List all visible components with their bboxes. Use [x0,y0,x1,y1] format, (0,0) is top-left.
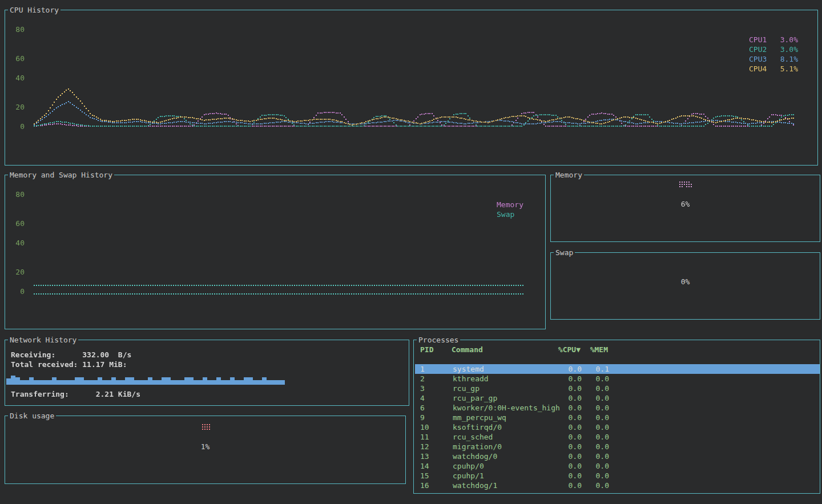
network-transferring-label: Transferring: 2.21 KiB/s [11,389,140,399]
memory-gauge-title: Memory [554,170,584,180]
process-mem: 0.0 [582,442,609,451]
process-mem: 0.0 [582,471,609,481]
process-mem: 0.0 [582,461,609,471]
process-cpu: 0.0 [550,471,582,481]
process-row[interactable]: 4rcu_par_gp0.00.0 [415,393,820,403]
process-row[interactable]: 9mm_percpu_wq0.00.0 [415,413,820,422]
memswap-ytick-60: 60 [10,219,25,228]
cpu-ytick-0: 0 [10,122,25,131]
process-pid: 3 [420,384,448,393]
cpu-ytick-20: 20 [10,102,25,112]
network-total-received-label: Total received: 11.17 MiB: [11,360,127,369]
processes-title: Processes [417,335,460,345]
process-cpu: 0.0 [550,374,582,384]
memory-percent-label: 6% [551,199,820,209]
process-pid: 13 [420,451,448,461]
process-mem: 0.0 [582,432,609,442]
disk-percent-label: 1% [5,442,405,451]
process-row[interactable]: 3rcu_gp0.00.0 [415,384,820,393]
network-receiving-label: Receiving: 332.00 B/s [11,350,131,360]
memory-gauge-panel: Memory 6% [550,175,820,242]
cpu-legend-value: 5.1% [780,64,798,74]
cpu-legend-value: 3.0% [780,45,798,54]
process-mem: 0.0 [582,422,609,432]
cpu-legend-name: CPU4 [749,64,767,74]
process-mem: 0.0 [582,451,609,461]
process-row[interactable]: 13watchdog/00.00.0 [415,451,820,461]
swap-gauge-panel: Swap 0% [550,252,820,320]
swap-gauge-title: Swap [554,248,575,257]
process-pid: 11 [420,432,448,442]
column-header-mem[interactable]: %MEM [581,345,608,354]
process-pid: 12 [420,442,448,451]
process-pid: 9 [420,413,448,422]
process-pid: 6 [420,403,448,413]
cpu-history-chart [5,10,817,165]
cpu-ytick-80: 80 [10,25,25,34]
memswap-ytick-20: 20 [10,267,25,277]
cpu-legend: CPU13.0%CPU23.0%CPU38.1%CPU45.1% [749,35,798,74]
memswap-legend-item-memory: Memory [497,200,523,209]
disk-usage-panel: Disk usage 1% [5,416,406,484]
disk-usage-title: Disk usage [8,411,56,421]
process-row-selected[interactable]: 1systemd0.00.1 [415,364,820,374]
process-row[interactable]: 14cpuhp/00.00.0 [415,461,820,471]
memswap-legend: MemorySwap [497,200,523,219]
process-cpu: 0.0 [550,403,582,413]
memswap-legend-item-swap: Swap [497,209,523,219]
process-row[interactable]: 6kworker/0:0H-events_high0.00.0 [415,403,820,413]
network-history-panel: Network History Receiving: 332.00 B/s To… [5,340,409,406]
column-header-cpu[interactable]: %CPU▼ [549,345,581,354]
process-mem: 0.0 [582,384,609,393]
cpu-legend-item-cpu3: CPU38.1% [749,54,798,64]
process-cpu: 0.0 [550,451,582,461]
column-header-pid[interactable]: PID [420,345,448,354]
swap-percent-label: 0% [551,277,820,287]
memory-swap-history-panel: Memory and Swap History 806040200 Memory… [5,175,546,329]
disk-usage-dots-icon [202,424,210,430]
process-row[interactable]: 11rcu_sched0.00.0 [415,432,820,442]
process-mem: 0.1 [582,364,609,374]
process-cpu: 0.0 [550,481,582,490]
process-cpu: 0.0 [550,413,582,422]
cpu-legend-name: CPU3 [749,54,767,64]
process-pid: 16 [420,481,448,490]
cpu-legend-name: CPU2 [749,45,767,54]
memswap-ytick-0: 0 [10,287,25,296]
cpu-legend-value: 3.0% [780,35,798,45]
process-pid: 4 [420,393,448,403]
process-row[interactable]: 16watchdog/10.00.0 [415,481,820,490]
cpu-legend-item-cpu4: CPU45.1% [749,64,798,74]
process-row[interactable]: 15cpuhp/10.00.0 [415,471,820,481]
memswap-ytick-80: 80 [10,189,25,199]
process-mem: 0.0 [582,393,609,403]
process-cpu: 0.0 [550,461,582,471]
process-pid: 2 [420,374,448,384]
cpu-legend-value: 8.1% [780,54,798,64]
processes-header-row: PID Command %CPU▼ %MEM [414,345,820,354]
process-cpu: 0.0 [550,364,582,374]
process-cpu: 0.0 [550,384,582,393]
memory-swap-history-chart [5,175,545,329]
memory-usage-dots-icon [679,182,692,187]
process-cpu: 0.0 [550,393,582,403]
process-row[interactable]: 12migration/00.00.0 [415,442,820,451]
cpu-history-panel: CPU History 806040200 CPU13.0%CPU23.0%CP… [5,10,818,166]
cpu-legend-item-cpu1: CPU13.0% [749,35,798,45]
memswap-ytick-40: 40 [10,238,25,248]
process-cpu: 0.0 [550,432,582,442]
process-pid: 10 [420,422,448,432]
process-row[interactable]: 2kthreadd0.00.0 [415,374,820,384]
process-mem: 0.0 [582,374,609,384]
process-pid: 1 [420,364,448,374]
process-mem: 0.0 [582,403,609,413]
process-pid: 14 [420,461,448,471]
process-row[interactable]: 10ksoftirqd/00.00.0 [415,422,820,432]
process-mem: 0.0 [582,481,609,490]
process-mem: 0.0 [582,413,609,422]
cpu-legend-name: CPU1 [749,35,767,45]
cpu-legend-item-cpu2: CPU23.0% [749,45,798,54]
cpu-ytick-40: 40 [10,73,25,83]
processes-panel: Processes PID Command %CPU▼ %MEM 1system… [413,340,820,494]
process-cpu: 0.0 [550,442,582,451]
